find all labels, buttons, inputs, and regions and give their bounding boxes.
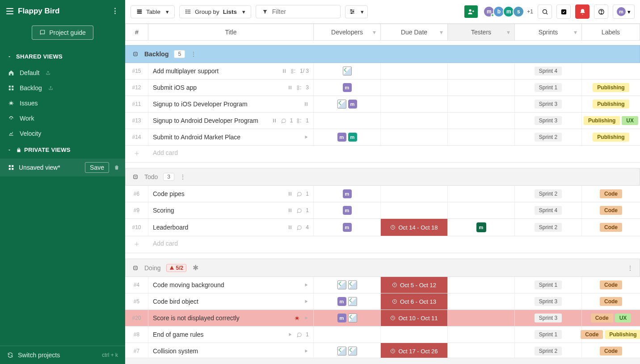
row-sprint[interactable]: Sprint 2 [515,343,582,358]
row-testers[interactable] [448,63,515,79]
label-chip[interactable]: Code [600,347,622,356]
row-developers[interactable] [314,343,381,358]
label-chip[interactable]: Publishing [584,116,620,125]
developer-avatar[interactable] [348,347,357,356]
row-duedate[interactable]: Oct 5 - Oct 12 [381,277,448,293]
sprint-chip[interactable]: Sprint 2 [535,223,562,232]
sidebar-item-issues[interactable]: Issues [0,96,125,111]
developer-avatar[interactable]: m [343,223,352,232]
table-row[interactable]: #20 Score is not displayed correctly m O… [125,310,640,326]
col-labels[interactable]: Labels [582,24,640,41]
row-duedate[interactable] [381,63,448,79]
add-card-row[interactable]: + Add card [125,146,640,163]
label-chip[interactable]: UX [615,314,632,322]
row-testers[interactable] [448,129,515,145]
sidebar-item-velocity[interactable]: Velocity [0,126,125,141]
developer-avatar[interactable]: m [343,189,352,198]
developer-avatar[interactable] [348,280,357,289]
table-row[interactable]: #9 Scoring1 m Sprint 4 Code [125,202,640,219]
developer-avatar[interactable]: m [348,133,357,142]
label-chip[interactable]: Publishing [593,100,629,109]
row-testers[interactable] [448,277,515,293]
row-developers[interactable] [314,326,381,343]
table-row[interactable]: #12 Submit iOS app3 m Sprint 1 Publishin… [125,79,640,96]
switch-projects-button[interactable]: Switch projects ctrl + k [0,346,125,364]
col-duedate[interactable]: Due Date▾ [381,24,448,41]
developer-avatar[interactable] [337,280,346,289]
row-title[interactable]: Leaderboard [153,224,285,231]
row-developers[interactable] [314,277,381,293]
row-title[interactable]: Submit to Android Market Place [153,134,301,141]
group-header-todo[interactable]: Todo 3 ⋮ [125,168,640,186]
trash-icon[interactable] [114,164,120,171]
add-card-row[interactable]: + Add card [125,236,640,253]
sprint-chip[interactable]: Sprint 3 [535,314,562,322]
table-row[interactable]: #4 Code moving background Oct 5 - Oct 12… [125,277,640,293]
notifications-button[interactable] [575,4,589,19]
row-title[interactable]: Scoring [153,207,285,214]
add-card-placeholder[interactable]: Add card [148,146,314,162]
row-developers[interactable]: m [314,219,381,236]
group-menu-icon[interactable]: ⋮ [180,173,186,180]
label-chip[interactable]: Publishing [593,83,629,92]
label-chip[interactable]: Code [600,223,622,232]
row-duedate[interactable]: Oct 17 - Oct 26 [381,343,448,358]
row-duedate[interactable] [381,326,448,343]
developer-avatar[interactable] [348,297,357,306]
due-date-chip[interactable]: Oct 14 - Oct 18 [381,219,447,236]
row-developers[interactable]: m [314,79,381,96]
collapse-icon[interactable] [132,173,139,180]
developer-avatar[interactable] [337,347,346,356]
row-testers[interactable] [448,113,515,129]
row-sprint[interactable]: Sprint 2 [515,129,582,145]
row-duedate[interactable] [381,79,448,96]
row-developers[interactable]: m [314,202,381,218]
row-title[interactable]: Code pipes [153,190,285,197]
row-testers[interactable] [448,293,515,310]
sprint-chip[interactable]: Sprint 3 [535,116,562,125]
row-duedate[interactable]: Oct 10 - Oct 11 [381,310,448,326]
row-sprint[interactable]: Sprint 1 [515,326,582,343]
menu-icon[interactable] [6,8,13,14]
row-labels[interactable]: CodePublishing [582,326,640,343]
due-date-chip[interactable]: Oct 10 - Oct 11 [381,310,447,326]
row-testers[interactable] [448,79,515,96]
horizontal-scrollbar[interactable] [125,358,640,364]
row-developers[interactable]: m [314,293,381,310]
group-header-backlog[interactable]: Backlog 5 ⋮ [125,45,640,63]
row-labels[interactable]: Publishing [582,96,640,112]
row-title[interactable]: End of game rules [153,331,285,338]
sidebar-item-backlog[interactable]: Backlog [0,80,125,96]
developer-avatar[interactable]: m [337,314,346,322]
row-title[interactable]: Signup to Android Developer Program [153,117,269,124]
table-row[interactable]: #14 Submit to Android Market Place mm Sp… [125,129,640,146]
developer-avatar[interactable]: m [343,83,352,92]
row-labels[interactable]: Code [582,186,640,202]
settings-button[interactable]: ▾ [345,5,368,18]
sprint-chip[interactable]: Sprint 4 [535,67,562,75]
row-title[interactable]: Signup to iOS Developer Program [153,100,301,108]
avatar[interactable]: s [513,6,524,17]
row-developers[interactable]: mm [314,129,381,145]
row-developers[interactable]: m [314,96,381,112]
row-sprint[interactable]: Sprint 1 [515,79,582,96]
row-duedate[interactable]: Oct 14 - Oct 18 [381,219,448,236]
row-duedate[interactable] [381,113,448,129]
row-labels[interactable]: PublishingUX [582,113,640,129]
group-header-doing[interactable]: Doing 5/2✱ ⋮ [125,259,640,277]
sprint-chip[interactable]: Sprint 2 [535,133,562,142]
row-developers[interactable]: m [314,310,381,326]
row-title[interactable]: Code moving background [153,281,301,289]
sprint-chip[interactable]: Sprint 1 [535,280,562,289]
collapse-icon[interactable] [132,264,139,272]
label-chip[interactable]: Code [600,189,622,198]
row-sprint[interactable]: Sprint 4 [515,63,582,79]
search-button[interactable] [538,4,552,19]
developer-avatar[interactable]: m [343,206,352,215]
member-avatars[interactable]: m b m s +1 [485,6,533,17]
avatar-overflow-count[interactable]: +1 [527,8,533,15]
filter-input-wrap[interactable] [256,5,341,18]
row-sprint[interactable]: Sprint 3 [515,96,582,112]
row-labels[interactable]: Code [582,277,640,293]
label-chip[interactable]: Code [600,206,622,215]
